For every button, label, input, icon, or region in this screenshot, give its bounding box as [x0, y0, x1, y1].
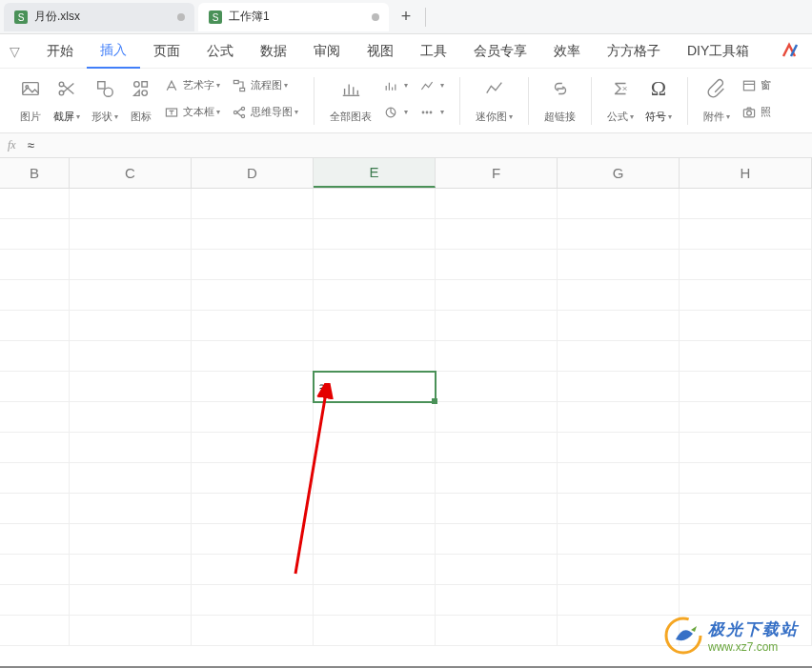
cell[interactable]	[680, 555, 812, 585]
insert-picture-button[interactable]: 图片	[13, 72, 48, 126]
col-header-G[interactable]: G	[558, 158, 680, 188]
cell[interactable]	[558, 402, 680, 433]
cell[interactable]	[314, 585, 436, 616]
cell[interactable]	[0, 463, 70, 494]
cell[interactable]	[314, 341, 436, 372]
cell[interactable]	[558, 524, 680, 555]
col-header-C[interactable]: C	[70, 158, 192, 188]
tab-file-1[interactable]: S 月份.xlsx	[4, 3, 194, 31]
cell[interactable]	[314, 494, 436, 524]
cell[interactable]	[70, 372, 192, 402]
menu-view[interactable]: 视图	[354, 34, 407, 69]
cell[interactable]	[558, 555, 680, 585]
cell[interactable]	[314, 219, 436, 250]
formula-button[interactable]: 公式▾	[601, 72, 639, 126]
cell[interactable]	[314, 616, 436, 646]
formula-value[interactable]: ≈	[28, 138, 34, 152]
wordart-button[interactable]: 艺术字▾	[162, 76, 222, 95]
pie-chart-button[interactable]: ▾	[381, 103, 410, 122]
cell[interactable]	[192, 402, 314, 433]
cell[interactable]	[558, 311, 680, 341]
cell[interactable]	[680, 463, 812, 494]
cell[interactable]	[558, 341, 680, 372]
cell[interactable]	[0, 524, 70, 555]
bar-chart-button[interactable]: ▾	[381, 76, 410, 95]
cell[interactable]	[436, 311, 558, 341]
cell[interactable]	[314, 433, 436, 463]
symbol-button[interactable]: Ω 符号▾	[639, 72, 678, 126]
col-header-E[interactable]: E	[314, 158, 436, 188]
cell[interactable]	[70, 219, 192, 250]
screenshot-button[interactable]: 截屏▾	[48, 72, 86, 126]
fx-label[interactable]: fx	[8, 138, 16, 152]
tab-file-2[interactable]: S 工作簿1	[198, 3, 389, 31]
cell[interactable]	[680, 433, 812, 463]
cell[interactable]	[314, 250, 436, 280]
cell[interactable]	[314, 524, 436, 555]
textbox-button[interactable]: 文本框▾	[162, 103, 222, 122]
cell[interactable]	[314, 280, 436, 311]
cell[interactable]	[558, 463, 680, 494]
menu-data[interactable]: 数据	[247, 34, 300, 69]
camera-button[interactable]: 照	[740, 103, 773, 122]
cell[interactable]	[314, 402, 436, 433]
cell[interactable]	[0, 555, 70, 585]
cell[interactable]	[192, 280, 314, 311]
col-header-H[interactable]: H	[680, 158, 812, 188]
cell[interactable]	[192, 372, 314, 402]
hyperlink-button[interactable]: 超链接	[538, 72, 581, 126]
cell[interactable]	[192, 494, 314, 524]
cell[interactable]	[436, 555, 558, 585]
cell[interactable]	[558, 280, 680, 311]
cell[interactable]	[680, 189, 812, 219]
cell[interactable]	[70, 494, 192, 524]
cell[interactable]	[680, 524, 812, 555]
flowchart-button[interactable]: 流程图▾	[230, 76, 300, 95]
cell[interactable]	[436, 250, 558, 280]
cell[interactable]	[0, 219, 70, 250]
cell[interactable]	[192, 189, 314, 219]
cell[interactable]	[558, 585, 680, 616]
col-header-F[interactable]: F	[436, 158, 558, 188]
cell[interactable]	[436, 280, 558, 311]
cell[interactable]	[558, 219, 680, 250]
cell[interactable]	[436, 585, 558, 616]
line-chart-button[interactable]: ▾	[417, 76, 446, 95]
cell[interactable]	[314, 189, 436, 219]
cell[interactable]	[680, 372, 812, 402]
cell[interactable]	[0, 494, 70, 524]
cell[interactable]	[70, 341, 192, 372]
menu-vip[interactable]: 会员专享	[460, 34, 540, 69]
cell[interactable]	[70, 250, 192, 280]
more-charts-button[interactable]: ▾	[417, 103, 446, 122]
cell[interactable]	[0, 585, 70, 616]
cell[interactable]	[192, 311, 314, 341]
cell[interactable]	[436, 402, 558, 433]
cell[interactable]	[436, 463, 558, 494]
menu-filter-icon[interactable]: ▽	[10, 44, 20, 59]
cell[interactable]	[0, 402, 70, 433]
cell[interactable]	[70, 189, 192, 219]
mindmap-button[interactable]: 思维导图▾	[230, 103, 300, 122]
cell[interactable]	[0, 433, 70, 463]
cell[interactable]	[0, 280, 70, 311]
cell[interactable]	[70, 280, 192, 311]
cell[interactable]	[680, 585, 812, 616]
cell[interactable]	[314, 463, 436, 494]
cell[interactable]	[680, 219, 812, 250]
menu-formula[interactable]: 公式	[193, 34, 247, 69]
cell[interactable]	[680, 280, 812, 311]
cell[interactable]	[680, 494, 812, 524]
menu-efficiency[interactable]: 效率	[540, 34, 594, 69]
cell[interactable]	[70, 524, 192, 555]
cell[interactable]	[70, 555, 192, 585]
cell[interactable]	[70, 585, 192, 616]
cell[interactable]	[558, 250, 680, 280]
cell[interactable]	[70, 616, 192, 646]
cell[interactable]	[70, 311, 192, 341]
cell[interactable]	[70, 402, 192, 433]
menu-page[interactable]: 页面	[140, 34, 193, 69]
cell[interactable]	[314, 311, 436, 341]
cell[interactable]	[436, 524, 558, 555]
cell[interactable]	[192, 524, 314, 555]
